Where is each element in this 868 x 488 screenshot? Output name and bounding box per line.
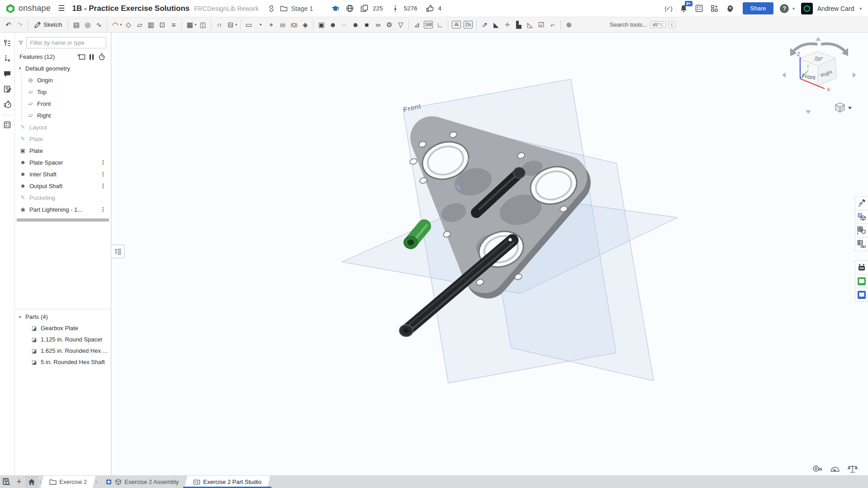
suppress-pause-icon[interactable]: [86, 54, 96, 60]
checklist-icon[interactable]: [694, 4, 704, 14]
feature-row-default-geometry[interactable]: ▾ Default geometry: [15, 62, 111, 74]
appearance-icon[interactable]: [855, 196, 868, 210]
mate-connector-icon[interactable]: ◈: [299, 19, 311, 31]
feature-menu-dots-icon[interactable]: ⋮: [100, 159, 106, 166]
appearance-cube-icon[interactable]: ■: [361, 19, 372, 31]
wedge-icon[interactable]: ◺: [524, 19, 536, 31]
help-button[interactable]: ?: [780, 4, 789, 13]
revolve-icon[interactable]: ◎: [82, 19, 93, 31]
filter-input[interactable]: [26, 37, 106, 48]
feature-row-pocketing[interactable]: ✎ Pocketing: [15, 192, 111, 204]
pipe-icon[interactable]: ⌐: [547, 19, 558, 31]
home-tab-icon[interactable]: [25, 476, 38, 488]
feature-row-part-lightening[interactable]: ◉ Part Lightening - 1... ⋮: [15, 204, 111, 215]
tab-exercise-2-assembly[interactable]: Exercise 2 Assembly: [98, 476, 186, 488]
green-library-icon[interactable]: [855, 274, 868, 288]
document-panel-icon[interactable]: [1, 36, 13, 50]
export-icon[interactable]: ⇗: [479, 19, 490, 31]
folder-location-label[interactable]: Stage 1: [291, 5, 313, 12]
nav-up-arrow[interactable]: [816, 37, 821, 41]
chamfer-icon[interactable]: ◇: [123, 19, 134, 31]
hamburger-menu-icon[interactable]: ☰: [58, 4, 65, 13]
lasso-icon[interactable]: ∽: [338, 19, 350, 31]
help-chevron-down-icon[interactable]: ▾: [792, 6, 795, 11]
rotate-right-arrow[interactable]: [821, 44, 845, 52]
rollback-bar[interactable]: [17, 218, 109, 222]
new-folder-icon[interactable]: [76, 53, 86, 60]
3d-viewport[interactable]: Front: [111, 33, 868, 475]
shaded-cube-icon[interactable]: ▣: [316, 19, 327, 31]
origin-marker[interactable]: [508, 238, 512, 242]
variable-icon[interactable]: (x): [277, 19, 288, 31]
blue-library-icon[interactable]: [855, 288, 868, 302]
sheet-metal-bend-icon[interactable]: ⊿: [411, 19, 422, 31]
apps-grid-icon[interactable]: [710, 4, 720, 14]
thumbs-up-icon[interactable]: [425, 4, 435, 14]
search-tools[interactable]: Search tools... alt/⌥ c: [610, 21, 675, 28]
nav-right-arrow[interactable]: [853, 72, 856, 78]
tab-exercise-2[interactable]: Exercise 2: [42, 476, 94, 488]
comments-icon[interactable]: [1, 67, 13, 81]
featurescript-icon[interactable]: {✓}: [664, 4, 674, 14]
fillet-icon[interactable]: ◠: [109, 19, 121, 31]
expression-icon[interactable]: (Q): [288, 19, 299, 31]
part-row-round-spacer[interactable]: ◪ 1.125 in. Round Spacer: [15, 334, 111, 345]
pattern-icon[interactable]: ▦: [184, 19, 195, 31]
redo-icon[interactable]: ↷: [14, 19, 25, 31]
helix-icon[interactable]: ◔: [254, 19, 266, 31]
user-chevron-down-icon[interactable]: ▾: [859, 6, 862, 11]
onshape-logo[interactable]: onshape: [5, 4, 51, 14]
robot-feature2-icon[interactable]: ☻: [350, 19, 361, 31]
split-chevron-down-icon[interactable]: ▾: [235, 23, 237, 27]
add-tab-button[interactable]: +: [13, 476, 25, 488]
part-row-hex-shaft[interactable]: ◪ 5 in. Rounded Hex Shaft: [15, 356, 111, 368]
feature-row-inter-shaft[interactable]: ☻ Inter Shaft ⋮: [15, 168, 111, 180]
block-icon[interactable]: ▙: [513, 19, 524, 31]
view-cube[interactable]: Top Front Right Z X Y: [778, 35, 860, 119]
undo-icon[interactable]: ↶: [3, 19, 14, 31]
tab-exercise-2-part-studio[interactable]: Exercise 2 Part Studio: [186, 476, 269, 488]
tape-measure-icon[interactable]: [812, 464, 823, 474]
mirror-icon[interactable]: ◫: [197, 19, 209, 31]
collapse-chevron-icon[interactable]: ▾: [19, 66, 25, 71]
avatar[interactable]: [801, 3, 813, 14]
parts-header-row[interactable]: ▾ Parts (4): [15, 311, 111, 322]
notes-icon[interactable]: [1, 82, 13, 96]
bom-table-icon[interactable]: [855, 210, 868, 224]
feature-row-plate-spacer[interactable]: ☻ Plate Spacer ⋮: [15, 156, 111, 168]
feature-row-front-plane[interactable]: ▱ Front: [22, 98, 111, 109]
feature-row-plate[interactable]: ▣ Plate: [15, 145, 111, 156]
fillet-chevron-down-icon[interactable]: ▾: [120, 23, 122, 27]
part-row-gearbox-plate[interactable]: ◪ Gearbox Plate: [15, 322, 111, 334]
pattern-chevron-down-icon[interactable]: ▾: [194, 23, 196, 27]
fs-check-icon[interactable]: ☑: [536, 19, 547, 31]
feature-row-top-plane[interactable]: ▱ Top: [22, 86, 111, 98]
robot-features-icon[interactable]: [855, 261, 868, 275]
feature-row-layout[interactable]: ✎ Layout: [15, 121, 111, 133]
configured-variables-icon[interactable]: [855, 237, 868, 251]
ai-assistant-icon[interactable]: [725, 4, 735, 14]
view-mode-chevron-down-icon[interactable]: [848, 107, 852, 109]
feature-row-plate-sketch[interactable]: ✎ Plate: [15, 133, 111, 145]
boolean-icon[interactable]: ∩: [213, 19, 225, 31]
plane-icon[interactable]: ▭: [243, 19, 254, 31]
nav-left-arrow[interactable]: [782, 72, 786, 78]
feature-list-flyout-toggle[interactable]: [111, 245, 125, 258]
flange-icon[interactable]: ∟: [434, 19, 446, 31]
shell-icon[interactable]: ⊡: [157, 19, 168, 31]
configurations-icon[interactable]: [855, 223, 868, 237]
notifications-bell-icon[interactable]: 9+: [679, 4, 689, 14]
rib-icon[interactable]: ▥: [145, 19, 157, 31]
history-add-icon[interactable]: [1, 52, 13, 65]
transform-icon[interactable]: ⌖: [266, 19, 277, 31]
part-row-rounded-hex[interactable]: ◪ 1.625 in. Rounded Hex ...: [15, 345, 111, 356]
sketch-button[interactable]: Sketch: [30, 19, 66, 31]
feature-row-output-shaft[interactable]: ☻ Output Shaft ⋮: [15, 180, 111, 192]
robot-feature-icon[interactable]: ☻: [327, 19, 338, 31]
feature-menu-dots-icon[interactable]: ⋮: [100, 206, 106, 213]
gear-icon[interactable]: ⚙: [384, 19, 395, 31]
sheet-metal-icon[interactable]: SM: [424, 21, 433, 28]
tasks-icon[interactable]: [1, 118, 13, 132]
split-icon[interactable]: ⊟: [225, 19, 236, 31]
nav-down-arrow[interactable]: [806, 110, 811, 114]
